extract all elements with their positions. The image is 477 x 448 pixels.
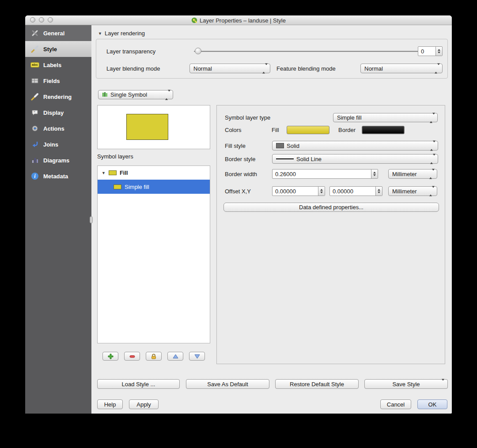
fill-color-label: Fill	[272, 127, 279, 133]
load-style-label: Load Style ...	[122, 381, 155, 388]
help-button[interactable]: Help	[97, 399, 123, 409]
colors-label: Colors	[225, 127, 242, 133]
load-style-button[interactable]: Load Style ...	[97, 379, 180, 389]
symbol-type-icon	[102, 92, 108, 98]
tree-item-fill[interactable]: ▼ Fill	[98, 166, 210, 180]
symbol-layer-type-label: Symbol layer type	[225, 114, 270, 121]
fill-style-select[interactable]: Solid	[272, 141, 438, 151]
ok-label: OK	[428, 401, 437, 408]
save-as-default-label: Save As Default	[207, 381, 248, 388]
save-style-button[interactable]: Save Style	[364, 379, 448, 389]
add-symbol-layer-button[interactable]	[102, 352, 118, 361]
transparency-value: 0	[421, 48, 424, 55]
titlebar[interactable]: Layer Properties – landuse | Style	[25, 15, 452, 25]
table-icon	[30, 77, 39, 85]
offset-y-stepper[interactable]	[375, 187, 382, 196]
feature-blending-label: Feature blending mode	[276, 65, 336, 72]
sidebar-item-display[interactable]: “ Display	[25, 105, 91, 120]
zoom-button[interactable]	[48, 17, 53, 23]
chevron-updown-icon	[430, 143, 435, 149]
fill-style-label: Fill style	[225, 143, 246, 149]
move-up-button[interactable]	[167, 352, 183, 361]
transparency-label: Layer transparency	[106, 48, 155, 55]
symbol-type-select[interactable]: Single Symbol	[98, 90, 173, 99]
layer-rendering-group: Layer transparency 0 Layer blending mode…	[96, 39, 448, 79]
solid-line-swatch-icon	[276, 158, 294, 159]
border-width-stepper[interactable]	[371, 169, 378, 178]
sidebar-item-general[interactable]: General	[25, 25, 91, 41]
move-down-button[interactable]	[189, 352, 205, 361]
sidebar-item-labels[interactable]: abc Labels	[25, 57, 91, 73]
offset-x-value: 0.00000	[275, 188, 296, 195]
tree-item-simple-fill[interactable]: Simple fill	[98, 180, 210, 194]
transparency-spinbox[interactable]: 0	[418, 46, 443, 56]
lock-icon	[151, 354, 156, 359]
border-width-unit-select[interactable]: Millimeter	[388, 169, 437, 179]
simple-fill-swatch-icon	[114, 184, 121, 189]
lock-color-button[interactable]	[146, 352, 162, 361]
sidebar-item-rendering[interactable]: Rendering	[25, 89, 91, 105]
symbol-layer-type-value: Simple fill	[337, 114, 362, 121]
transparency-slider-track[interactable]	[194, 51, 418, 52]
chevron-updown-icon	[429, 171, 435, 177]
transparency-stepper[interactable]	[435, 47, 442, 56]
minimize-button[interactable]	[39, 17, 44, 23]
qgis-icon	[191, 17, 197, 23]
sidebar-item-diagrams[interactable]: Diagrams	[25, 152, 91, 168]
tree-item-simple-fill-label: Simple fill	[125, 184, 149, 190]
sidebar-item-label: Fields	[43, 78, 60, 84]
symbol-type-value: Single Symbol	[110, 91, 147, 98]
ok-button[interactable]: OK	[417, 399, 447, 409]
save-as-default-button[interactable]: Save As Default	[186, 379, 269, 389]
sidebar-item-style[interactable]: Style	[25, 41, 91, 57]
symbol-preview	[97, 105, 210, 149]
border-style-label: Border style	[225, 156, 255, 162]
offset-y-spinbox[interactable]: 0.00000	[329, 186, 382, 196]
symbol-layers-label: Symbol layers	[97, 153, 133, 160]
sidebar-item-label: Actions	[43, 125, 64, 132]
minus-icon	[129, 354, 135, 359]
cancel-button[interactable]: Cancel	[380, 399, 411, 409]
save-style-menu-arrow-icon[interactable]	[442, 381, 444, 388]
apply-label: Apply	[136, 401, 151, 408]
cancel-label: Cancel	[387, 401, 405, 408]
border-color-button[interactable]	[362, 126, 405, 134]
offset-y-value: 0.00000	[333, 188, 353, 195]
fill-style-value: Solid	[287, 143, 299, 149]
offset-x-stepper[interactable]	[318, 187, 325, 196]
apply-button[interactable]: Apply	[129, 399, 159, 409]
expand-triangle-icon[interactable]: ▼	[102, 171, 106, 175]
sidebar: General Style abc Labels Fields	[25, 25, 91, 414]
splitter-grip[interactable]	[90, 216, 93, 223]
restore-default-style-button[interactable]: Restore Default Style	[275, 379, 359, 389]
sidebar-item-label: Metadata	[43, 173, 68, 180]
layer-rendering-header: Layer rendering	[105, 30, 145, 37]
sidebar-item-actions[interactable]: Actions	[25, 120, 91, 136]
layer-blending-select[interactable]: Normal	[189, 64, 270, 73]
symbol-layer-type-select[interactable]: Simple fill	[333, 113, 438, 122]
sidebar-item-metadata[interactable]: i Metadata	[25, 168, 91, 184]
chevron-updown-icon	[165, 91, 170, 98]
offset-x-spinbox[interactable]: 0.00000	[272, 186, 325, 196]
symbol-layers-tree[interactable]: ▼ Fill Simple fill	[97, 166, 210, 343]
chevron-updown-icon	[435, 65, 440, 72]
offset-unit-select[interactable]: Millimeter	[388, 186, 437, 196]
chevron-updown-icon	[430, 156, 435, 162]
border-style-select[interactable]: Solid Line	[272, 154, 438, 164]
brush-icon	[30, 93, 39, 101]
sidebar-item-label: Joins	[43, 141, 58, 148]
border-width-spinbox[interactable]: 0.26000	[272, 169, 378, 179]
fill-color-button[interactable]	[287, 126, 329, 134]
plus-icon	[108, 354, 114, 359]
data-defined-properties-label: Data defined properties...	[299, 204, 363, 211]
transparency-slider-thumb[interactable]	[195, 48, 201, 54]
feature-blending-select[interactable]: Normal	[360, 64, 443, 73]
collapse-triangle-icon[interactable]: ▼	[98, 31, 102, 36]
remove-symbol-layer-button[interactable]	[124, 352, 140, 361]
join-arrow-icon	[30, 140, 39, 148]
sidebar-item-fields[interactable]: Fields	[25, 73, 91, 89]
data-defined-properties-button[interactable]: Data defined properties...	[223, 203, 439, 212]
close-button[interactable]	[30, 17, 35, 23]
sidebar-item-joins[interactable]: Joins	[25, 136, 91, 152]
layer-blending-value: Normal	[193, 65, 212, 72]
